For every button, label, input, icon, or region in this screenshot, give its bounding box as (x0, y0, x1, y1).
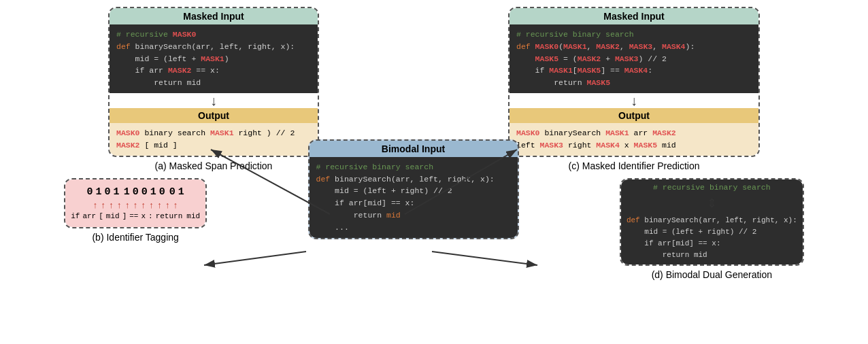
panel-a-output: MASK0 binary search MASK1 right ) // 2 M… (110, 123, 318, 156)
panel-d-double-arrow: ⇕ (621, 195, 803, 211)
panel-b-arrows: ↑↑↑↑↑↑↑↑↑↑↑ (71, 201, 200, 211)
arrow-a-to-output: ↓ (110, 94, 318, 107)
panel-a-title: Masked Input (110, 8, 318, 24)
panel-a-code: # recursive MASK0 def binarySearch(arr, … (110, 24, 318, 93)
panel-c-title: Masked Input (510, 8, 758, 24)
panel-b-tag-box: 01011001001 ↑↑↑↑↑↑↑↑↑↑↑ ifarr[mid]==x:re… (65, 179, 205, 227)
panel-b-numbers: 01011001001 (71, 186, 200, 198)
panel-c: Masked Input # recursive binary search d… (508, 7, 760, 157)
panel-d: # recursive binary search ⇕ def binarySe… (620, 178, 804, 266)
panel-d-label: (d) Bimodal Dual Generation (652, 269, 772, 280)
panel-d-comment: # recursive binary search (621, 179, 803, 195)
panel-c-output: MASK0 binarySearch MASK1 arr MASK2 left … (510, 123, 758, 156)
panel-bimodal-title: Bimodal Input (310, 141, 518, 157)
panel-bimodal: Bimodal Input # recursive binary search … (308, 139, 519, 239)
panel-a: Masked Input # recursive MASK0 def binar… (108, 7, 319, 157)
panel-c-label: (c) Masked Identifier Prediction (569, 160, 700, 171)
panel-b: 01011001001 ↑↑↑↑↑↑↑↑↑↑↑ ifarr[mid]==x:re… (64, 178, 207, 228)
panel-d-code: def binarySearch(arr, left, right, x): m… (621, 211, 803, 264)
panel-c-output-title: Output (510, 108, 758, 123)
panel-b-label: (b) Identifier Tagging (92, 232, 178, 243)
panel-c-code: # recursive binary search def MASK0(MASK… (510, 24, 758, 93)
panel-bimodal-code: # recursive binary search def binarySear… (310, 157, 518, 238)
panel-a-output-title: Output (110, 108, 318, 123)
panel-b-tokens: ifarr[mid]==x:returnmid (71, 212, 200, 223)
panel-a-label: (a) Masked Span Prediction (155, 160, 273, 171)
arrow-c-to-output: ↓ (510, 94, 758, 107)
